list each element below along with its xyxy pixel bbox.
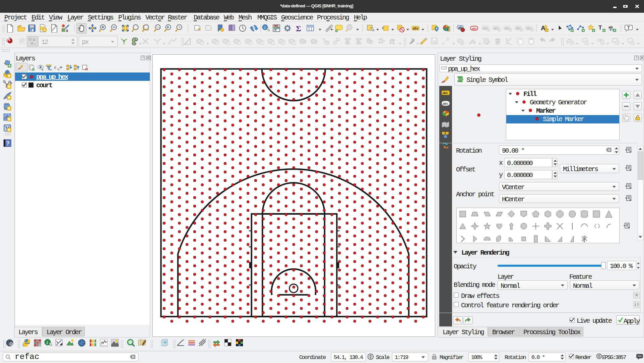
svg-text:T: T bbox=[598, 24, 602, 31]
svg-text:i: i bbox=[264, 25, 266, 30]
svg-text:Σ: Σ bbox=[296, 24, 301, 33]
svg-text:abc: abc bbox=[472, 27, 477, 30]
svg-text:abc: abc bbox=[443, 91, 448, 95]
svg-text:i: i bbox=[47, 340, 48, 345]
svg-text:T: T bbox=[627, 25, 630, 30]
svg-text:1:1: 1:1 bbox=[156, 26, 160, 29]
svg-text:ε: ε bbox=[382, 25, 384, 30]
svg-text:ε: ε bbox=[54, 65, 56, 70]
svg-text:a: a bbox=[66, 28, 68, 33]
svg-text:abc: abc bbox=[443, 102, 448, 105]
svg-text:abc: abc bbox=[413, 27, 419, 30]
svg-text:ab: ab bbox=[608, 25, 613, 29]
svg-text:?: ? bbox=[6, 140, 9, 147]
